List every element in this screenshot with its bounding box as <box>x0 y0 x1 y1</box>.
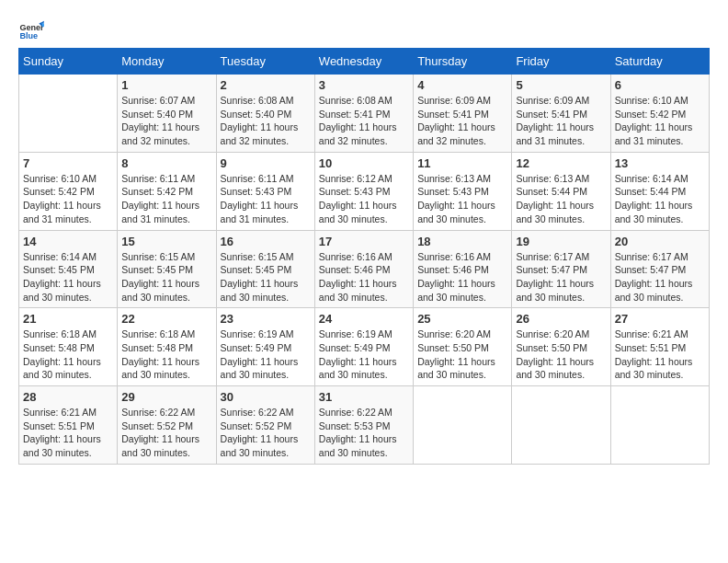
calendar-cell <box>610 386 709 465</box>
calendar-cell <box>512 386 610 465</box>
calendar-cell: 11Sunrise: 6:13 AMSunset: 5:43 PMDayligh… <box>414 152 512 230</box>
weekday-header-sunday: Sunday <box>19 49 118 75</box>
calendar-week-row: 28Sunrise: 6:21 AMSunset: 5:51 PMDayligh… <box>19 386 710 465</box>
day-info: Sunrise: 6:20 AMSunset: 5:50 PMDaylight:… <box>516 327 606 382</box>
day-info: Sunrise: 6:10 AMSunset: 5:42 PMDaylight:… <box>23 172 113 226</box>
day-number: 29 <box>121 390 211 404</box>
calendar-cell: 24Sunrise: 6:19 AMSunset: 5:49 PMDayligh… <box>314 308 413 386</box>
calendar-cell <box>19 75 118 153</box>
day-info: Sunrise: 6:15 AMSunset: 5:45 PMDaylight:… <box>221 250 311 304</box>
calendar-table: SundayMondayTuesdayWednesdayThursdayFrid… <box>18 48 710 465</box>
calendar-cell: 17Sunrise: 6:16 AMSunset: 5:46 PMDayligh… <box>314 230 413 308</box>
calendar-cell: 2Sunrise: 6:08 AMSunset: 5:40 PMDaylight… <box>216 75 314 153</box>
calendar-cell: 31Sunrise: 6:22 AMSunset: 5:53 PMDayligh… <box>314 386 413 465</box>
calendar-cell: 10Sunrise: 6:12 AMSunset: 5:43 PMDayligh… <box>314 152 413 230</box>
day-number: 5 <box>516 78 606 92</box>
day-info: Sunrise: 6:08 AMSunset: 5:40 PMDaylight:… <box>221 94 311 148</box>
calendar-cell: 14Sunrise: 6:14 AMSunset: 5:45 PMDayligh… <box>19 230 118 308</box>
day-info: Sunrise: 6:09 AMSunset: 5:41 PMDaylight:… <box>417 94 507 148</box>
day-number: 27 <box>615 312 705 326</box>
calendar-week-row: 1Sunrise: 6:07 AMSunset: 5:40 PMDaylight… <box>19 75 710 153</box>
calendar-cell: 13Sunrise: 6:14 AMSunset: 5:44 PMDayligh… <box>610 152 709 230</box>
day-number: 7 <box>23 156 113 170</box>
calendar-cell: 5Sunrise: 6:09 AMSunset: 5:41 PMDaylight… <box>512 75 610 153</box>
weekday-header-friday: Friday <box>512 49 610 75</box>
day-info: Sunrise: 6:17 AMSunset: 5:47 PMDaylight:… <box>615 250 705 304</box>
day-info: Sunrise: 6:14 AMSunset: 5:45 PMDaylight:… <box>23 250 113 304</box>
day-number: 23 <box>221 312 311 326</box>
weekday-row: SundayMondayTuesdayWednesdayThursdayFrid… <box>19 49 710 75</box>
calendar-body: 1Sunrise: 6:07 AMSunset: 5:40 PMDaylight… <box>19 75 710 465</box>
day-info: Sunrise: 6:18 AMSunset: 5:48 PMDaylight:… <box>23 327 113 382</box>
day-info: Sunrise: 6:12 AMSunset: 5:43 PMDaylight:… <box>319 172 409 226</box>
day-info: Sunrise: 6:19 AMSunset: 5:49 PMDaylight:… <box>319 327 409 382</box>
calendar-cell: 25Sunrise: 6:20 AMSunset: 5:50 PMDayligh… <box>414 308 512 386</box>
calendar-cell: 26Sunrise: 6:20 AMSunset: 5:50 PMDayligh… <box>512 308 610 386</box>
calendar-cell: 15Sunrise: 6:15 AMSunset: 5:45 PMDayligh… <box>118 230 216 308</box>
day-number: 4 <box>417 78 507 92</box>
calendar-cell: 27Sunrise: 6:21 AMSunset: 5:51 PMDayligh… <box>610 308 709 386</box>
day-number: 21 <box>23 312 113 326</box>
day-number: 30 <box>221 390 311 404</box>
day-number: 8 <box>121 156 211 170</box>
day-number: 26 <box>516 312 606 326</box>
day-number: 13 <box>615 156 705 170</box>
weekday-header-saturday: Saturday <box>610 49 709 75</box>
day-info: Sunrise: 6:07 AMSunset: 5:40 PMDaylight:… <box>121 94 211 148</box>
day-info: Sunrise: 6:17 AMSunset: 5:47 PMDaylight:… <box>516 250 606 304</box>
day-info: Sunrise: 6:22 AMSunset: 5:53 PMDaylight:… <box>319 406 409 460</box>
day-number: 28 <box>23 390 113 404</box>
weekday-header-thursday: Thursday <box>414 49 512 75</box>
day-number: 1 <box>121 78 211 92</box>
day-number: 10 <box>319 156 409 170</box>
day-number: 2 <box>221 78 311 92</box>
day-number: 22 <box>121 312 211 326</box>
day-info: Sunrise: 6:22 AMSunset: 5:52 PMDaylight:… <box>221 406 311 460</box>
calendar-cell: 19Sunrise: 6:17 AMSunset: 5:47 PMDayligh… <box>512 230 610 308</box>
calendar-cell: 28Sunrise: 6:21 AMSunset: 5:51 PMDayligh… <box>19 386 118 465</box>
day-number: 20 <box>615 235 705 248</box>
weekday-header-tuesday: Tuesday <box>216 49 314 75</box>
day-number: 11 <box>417 156 507 170</box>
day-info: Sunrise: 6:18 AMSunset: 5:48 PMDaylight:… <box>121 327 211 382</box>
day-number: 12 <box>516 156 606 170</box>
day-info: Sunrise: 6:22 AMSunset: 5:52 PMDaylight:… <box>121 406 211 460</box>
day-number: 31 <box>319 390 409 404</box>
calendar-cell: 30Sunrise: 6:22 AMSunset: 5:52 PMDayligh… <box>216 386 314 465</box>
calendar-cell: 6Sunrise: 6:10 AMSunset: 5:42 PMDaylight… <box>610 75 709 153</box>
page-header: General Blue <box>18 18 710 44</box>
day-info: Sunrise: 6:13 AMSunset: 5:44 PMDaylight:… <box>516 172 606 226</box>
day-info: Sunrise: 6:10 AMSunset: 5:42 PMDaylight:… <box>615 94 705 148</box>
day-number: 9 <box>221 156 311 170</box>
calendar-cell: 1Sunrise: 6:07 AMSunset: 5:40 PMDaylight… <box>118 75 216 153</box>
day-info: Sunrise: 6:19 AMSunset: 5:49 PMDaylight:… <box>221 327 311 382</box>
day-number: 25 <box>417 312 507 326</box>
weekday-header-wednesday: Wednesday <box>314 49 413 75</box>
day-info: Sunrise: 6:21 AMSunset: 5:51 PMDaylight:… <box>615 327 705 382</box>
svg-text:Blue: Blue <box>19 31 38 40</box>
day-number: 16 <box>221 235 311 248</box>
day-info: Sunrise: 6:08 AMSunset: 5:41 PMDaylight:… <box>319 94 409 148</box>
day-info: Sunrise: 6:11 AMSunset: 5:42 PMDaylight:… <box>121 172 211 226</box>
day-number: 24 <box>319 312 409 326</box>
day-info: Sunrise: 6:16 AMSunset: 5:46 PMDaylight:… <box>319 250 409 304</box>
calendar-cell: 12Sunrise: 6:13 AMSunset: 5:44 PMDayligh… <box>512 152 610 230</box>
calendar-cell <box>414 386 512 465</box>
calendar-cell: 29Sunrise: 6:22 AMSunset: 5:52 PMDayligh… <box>118 386 216 465</box>
logo-icon: General Blue <box>18 18 44 44</box>
day-info: Sunrise: 6:20 AMSunset: 5:50 PMDaylight:… <box>417 327 507 382</box>
calendar-cell: 20Sunrise: 6:17 AMSunset: 5:47 PMDayligh… <box>610 230 709 308</box>
day-number: 15 <box>121 235 211 248</box>
day-info: Sunrise: 6:16 AMSunset: 5:46 PMDaylight:… <box>417 250 507 304</box>
calendar-cell: 21Sunrise: 6:18 AMSunset: 5:48 PMDayligh… <box>19 308 118 386</box>
logo: General Blue <box>18 18 44 44</box>
calendar-cell: 23Sunrise: 6:19 AMSunset: 5:49 PMDayligh… <box>216 308 314 386</box>
day-info: Sunrise: 6:13 AMSunset: 5:43 PMDaylight:… <box>417 172 507 226</box>
calendar-cell: 8Sunrise: 6:11 AMSunset: 5:42 PMDaylight… <box>118 152 216 230</box>
weekday-header-monday: Monday <box>118 49 216 75</box>
day-number: 6 <box>615 78 705 92</box>
day-info: Sunrise: 6:21 AMSunset: 5:51 PMDaylight:… <box>23 406 113 460</box>
calendar-cell: 18Sunrise: 6:16 AMSunset: 5:46 PMDayligh… <box>414 230 512 308</box>
day-number: 19 <box>516 235 606 248</box>
day-info: Sunrise: 6:11 AMSunset: 5:43 PMDaylight:… <box>221 172 311 226</box>
